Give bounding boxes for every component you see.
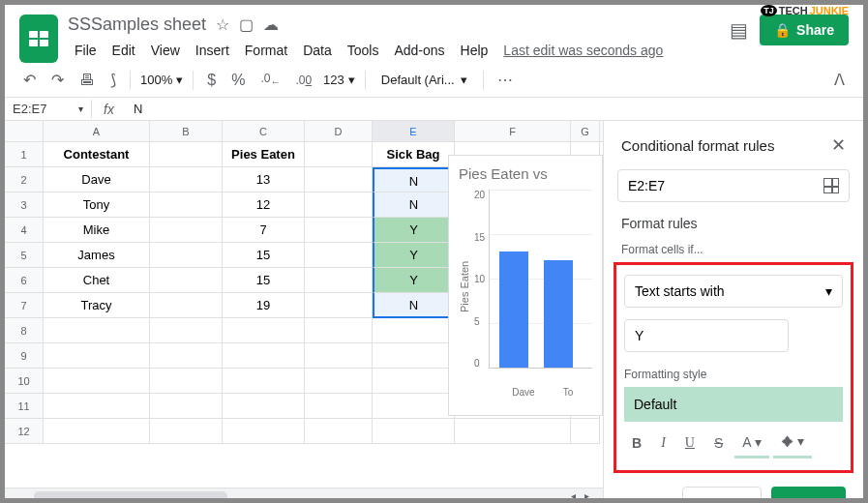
undo-icon[interactable]: ↶ — [19, 67, 40, 93]
cell[interactable]: Dave — [44, 167, 150, 192]
italic-button[interactable]: I — [653, 429, 673, 457]
cell[interactable] — [373, 394, 455, 419]
format-preview[interactable]: Default — [624, 387, 843, 422]
cell[interactable] — [150, 142, 223, 167]
cell[interactable] — [150, 167, 223, 192]
menu-tools[interactable]: Tools — [341, 39, 386, 62]
cell[interactable] — [150, 318, 223, 343]
cell[interactable]: Y — [373, 268, 455, 293]
cell[interactable] — [223, 419, 305, 444]
paint-icon[interactable]: ⟆ — [106, 67, 120, 93]
redo-icon[interactable]: ↷ — [47, 67, 68, 93]
horizontal-scrollbar[interactable]: ◂ ▸ — [5, 488, 603, 503]
cloud-icon[interactable]: ☁ — [263, 15, 279, 34]
decimal-more-button[interactable]: .00 — [291, 70, 315, 91]
cell[interactable]: Mike — [44, 218, 150, 243]
row-header[interactable]: 3 — [5, 192, 44, 218]
row-header[interactable]: 10 — [5, 369, 44, 394]
close-icon[interactable]: ✕ — [831, 134, 846, 156]
strike-button[interactable]: S — [706, 429, 731, 457]
row-header[interactable]: 6 — [5, 268, 44, 293]
cancel-button[interactable]: Cancel — [682, 487, 762, 503]
cell[interactable]: James — [44, 243, 150, 268]
sheets-logo[interactable] — [19, 15, 58, 63]
number-format-select[interactable]: 123 ▾ — [323, 73, 355, 87]
cell[interactable] — [305, 369, 373, 394]
cell[interactable] — [44, 369, 150, 394]
cell[interactable]: 12 — [223, 192, 305, 218]
menu-view[interactable]: View — [144, 39, 187, 62]
cell[interactable]: Y — [373, 243, 455, 268]
condition-value-input[interactable]: Y — [624, 319, 789, 352]
col-header[interactable]: B — [150, 121, 223, 141]
row-header[interactable]: 11 — [5, 394, 44, 419]
cell[interactable] — [150, 218, 223, 243]
cell[interactable] — [305, 394, 373, 419]
range-input[interactable]: E2:E7 — [617, 169, 850, 202]
col-header[interactable]: A — [44, 121, 150, 141]
cell[interactable] — [305, 243, 373, 268]
cell[interactable] — [571, 419, 600, 444]
row-header[interactable]: 8 — [5, 318, 44, 343]
cell[interactable]: N — [373, 192, 455, 218]
col-header[interactable]: D — [305, 121, 373, 141]
cell[interactable]: Tracy — [44, 293, 150, 318]
cell[interactable]: 19 — [223, 293, 305, 318]
move-icon[interactable]: ▢ — [239, 15, 254, 34]
zoom-select[interactable]: 100% ▾ — [140, 73, 183, 87]
more-tools-button[interactable]: ⋯ — [494, 67, 517, 93]
col-header[interactable]: F — [455, 121, 571, 141]
print-icon[interactable]: 🖶 — [75, 68, 99, 93]
menu-format[interactable]: Format — [238, 39, 294, 62]
cell[interactable]: Contestant — [44, 142, 150, 167]
menu-help[interactable]: Help — [454, 39, 495, 62]
cell[interactable]: 15 — [223, 268, 305, 293]
cell[interactable] — [305, 167, 373, 192]
embedded-chart[interactable]: Pies Eaten vs Pies Eaten 20151050 DaveTo — [448, 155, 603, 416]
cell[interactable] — [150, 394, 223, 419]
col-header[interactable]: G — [571, 121, 600, 141]
cell[interactable] — [150, 192, 223, 218]
cell[interactable] — [373, 343, 455, 369]
row-header[interactable]: 1 — [5, 142, 44, 167]
cell[interactable] — [150, 293, 223, 318]
cell[interactable]: 13 — [223, 167, 305, 192]
col-header[interactable]: E — [373, 121, 455, 141]
menu-data[interactable]: Data — [296, 39, 339, 62]
cell[interactable] — [223, 318, 305, 343]
menu-edit[interactable]: Edit — [105, 39, 142, 62]
cell[interactable] — [373, 369, 455, 394]
cell[interactable] — [44, 343, 150, 369]
select-all-corner[interactable] — [5, 121, 44, 141]
row-header[interactable]: 9 — [5, 343, 44, 369]
cell[interactable] — [305, 318, 373, 343]
cell[interactable]: 7 — [223, 218, 305, 243]
cell[interactable] — [305, 293, 373, 318]
collapse-toolbar-icon[interactable]: ᐱ — [830, 67, 849, 93]
cell[interactable] — [150, 268, 223, 293]
comments-icon[interactable]: ▤ — [730, 18, 748, 42]
cell[interactable] — [305, 218, 373, 243]
cell[interactable] — [373, 419, 455, 444]
cell[interactable]: Pies Eaten — [223, 142, 305, 167]
last-edit[interactable]: Last edit was seconds ago — [496, 39, 670, 62]
cell[interactable] — [305, 192, 373, 218]
grid-select-icon[interactable] — [823, 178, 839, 193]
share-button[interactable]: 🔒 Share — [760, 15, 849, 45]
cell[interactable]: Sick Bag — [373, 142, 455, 167]
menu-insert[interactable]: Insert — [189, 39, 236, 62]
cell[interactable] — [305, 419, 373, 444]
cell[interactable] — [150, 369, 223, 394]
fill-color-button[interactable]: 🟆 ▾ — [773, 428, 813, 459]
underline-button[interactable]: U — [677, 429, 703, 457]
name-box[interactable]: E2:E7▾ — [5, 100, 92, 118]
cell[interactable] — [223, 394, 305, 419]
cell[interactable]: Tony — [44, 192, 150, 218]
cell[interactable] — [150, 243, 223, 268]
cell[interactable] — [44, 394, 150, 419]
percent-button[interactable]: % — [227, 68, 249, 93]
decimal-less-button[interactable]: .0← — [256, 68, 284, 91]
row-header[interactable]: 7 — [5, 293, 44, 318]
done-button[interactable]: Done — [771, 487, 846, 503]
cell[interactable]: N — [373, 167, 455, 192]
